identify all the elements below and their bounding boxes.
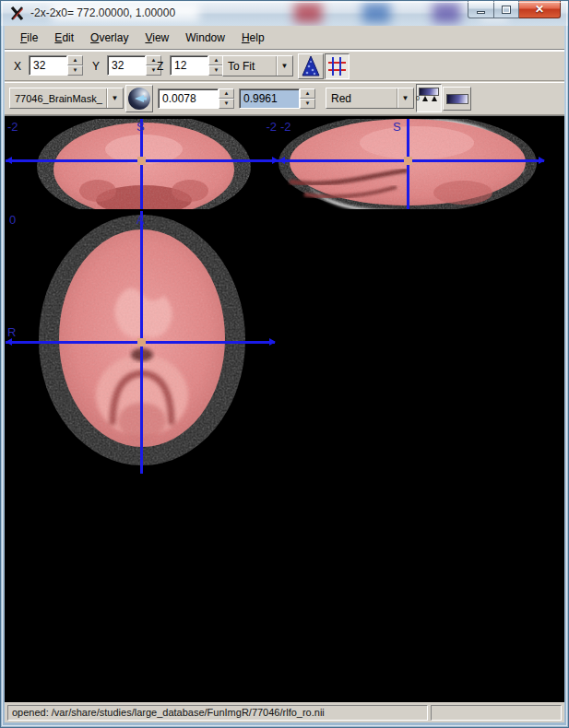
- coord-label: -2: [280, 120, 291, 134]
- coord-label: 0: [9, 213, 16, 227]
- crosshair-marker: [137, 157, 146, 165]
- client-area: File Edit Overlay View Window Help X ▲ ▼…: [5, 26, 564, 722]
- x-input[interactable]: [29, 55, 67, 76]
- minimize-icon: [477, 11, 485, 14]
- menu-overlay[interactable]: Overlay: [89, 29, 130, 46]
- spinner-up-icon[interactable]: ▲: [67, 55, 83, 65]
- glass-blur-blob: [362, 3, 390, 23]
- menu-window[interactable]: Window: [184, 29, 227, 46]
- window-title: -2x-2x0= 772.00000, 1.00000: [30, 6, 175, 19]
- crosshair-grid-button[interactable]: [325, 53, 350, 79]
- dropdown-arrow-icon: ▼: [106, 88, 123, 108]
- zoom-fit-value: To Fit: [223, 60, 276, 73]
- menu-view[interactable]: View: [143, 29, 171, 46]
- crosshair-arrow-icon: [539, 157, 545, 164]
- colormap-select[interactable]: Red ▼: [326, 88, 414, 109]
- orientation-label-superior: S: [136, 120, 145, 134]
- colormap-markers: 0: [418, 96, 440, 103]
- z-spinner: ▲ ▼: [170, 55, 224, 76]
- menu-bar: File Edit Overlay View Window Help: [5, 26, 564, 50]
- colormap-icon: [446, 94, 468, 104]
- dropdown-arrow-icon: ▼: [397, 88, 413, 108]
- maximize-button[interactable]: [494, 1, 519, 18]
- slice-viewer[interactable]: -2 S -2: [5, 115, 564, 702]
- app-window: -2x-2x0= 772.00000, 1.00000 ✕ File Edit …: [0, 0, 569, 728]
- marker-triangle-icon: [432, 96, 437, 101]
- x-spinner: ▲ ▼: [29, 55, 83, 76]
- overlay-select[interactable]: 77046_BrainMask_ ▼: [9, 88, 124, 109]
- render3d-cone-icon: [301, 55, 321, 77]
- spinner-down-icon[interactable]: ▼: [67, 65, 83, 76]
- z-label: Z: [157, 60, 163, 73]
- crosshair-arrow-icon: [279, 157, 285, 164]
- min-threshold-spinner: ▲ ▼: [158, 88, 234, 109]
- status-secondary-panel: [431, 705, 562, 721]
- colormap-editor-icon: [419, 88, 439, 96]
- max-threshold-input[interactable]: [239, 88, 300, 109]
- crosshair-arrow-icon: [269, 338, 276, 346]
- colormap-preview-button[interactable]: [443, 87, 471, 111]
- crosshair-arrow-icon: [6, 338, 12, 346]
- menu-help[interactable]: Help: [240, 29, 267, 46]
- status-message: opened: /var/share/studies/large_databas…: [7, 705, 428, 721]
- coord-label: -2: [266, 120, 277, 134]
- crosshair-arrow-icon: [272, 157, 279, 164]
- glass-blur-blob: [433, 3, 460, 23]
- spinner-up-icon[interactable]: ▲: [300, 88, 315, 99]
- crosshair-marker: [137, 338, 146, 346]
- orientation-label-anterior: A: [136, 213, 145, 227]
- glass-blur-blob: [294, 3, 322, 23]
- zoom-fit-select[interactable]: To Fit ▼: [222, 55, 293, 76]
- overlay-select-value: 77046_BrainMask_: [10, 93, 106, 104]
- colormap-select-value: Red: [326, 92, 397, 105]
- coord-label: -2: [7, 120, 18, 134]
- orientation-label-superior: S: [393, 120, 401, 134]
- axial-view[interactable]: 0 A R: [6, 211, 279, 476]
- x-label: X: [14, 60, 21, 73]
- y-input[interactable]: [107, 55, 146, 76]
- marker-triangle-icon: [422, 96, 428, 101]
- app-icon[interactable]: [9, 6, 25, 21]
- flip-overlay-button[interactable]: [125, 85, 153, 112]
- menu-edit[interactable]: Edit: [53, 29, 76, 46]
- status-bar: opened: /var/share/studies/large_databas…: [5, 702, 564, 722]
- crosshair-marker: [404, 157, 412, 165]
- overlay-toolbar: 77046_BrainMask_ ▼ ▲ ▼: [5, 82, 564, 115]
- dropdown-arrow-icon: ▼: [276, 56, 292, 76]
- sagittal-view[interactable]: -2 S: [279, 119, 550, 209]
- position-toolbar: X ▲ ▼ Y ▲ ▼ Z ▲ ▼: [5, 51, 564, 81]
- colormap-zero-label: 0: [416, 95, 420, 101]
- y-label: Y: [92, 60, 100, 73]
- close-button[interactable]: ✕: [519, 1, 561, 18]
- render3d-button[interactable]: [298, 53, 324, 79]
- orientation-label-right: R: [7, 325, 16, 339]
- minimize-button[interactable]: [468, 1, 494, 18]
- coronal-view[interactable]: -2 S -2: [6, 119, 279, 209]
- spinner-down-icon[interactable]: ▼: [300, 99, 315, 109]
- menu-file[interactable]: File: [18, 29, 40, 46]
- crosshair-grid-icon: [327, 56, 347, 76]
- min-threshold-input[interactable]: [158, 88, 219, 109]
- y-spinner: ▲ ▼: [107, 55, 161, 76]
- spinner-down-icon[interactable]: ▼: [219, 99, 234, 109]
- close-icon: ✕: [535, 4, 544, 15]
- title-bar[interactable]: -2x-2x0= 772.00000, 1.00000 ✕: [1, 1, 568, 26]
- colormap-editor-button[interactable]: 0: [416, 84, 442, 112]
- z-input[interactable]: [170, 55, 208, 76]
- max-threshold-spinner: ▲ ▼: [239, 88, 315, 109]
- crosshair-arrow-icon: [6, 157, 12, 164]
- maximize-icon: [502, 6, 511, 14]
- flip-sphere-icon: [128, 88, 150, 110]
- spinner-up-icon[interactable]: ▲: [219, 88, 234, 99]
